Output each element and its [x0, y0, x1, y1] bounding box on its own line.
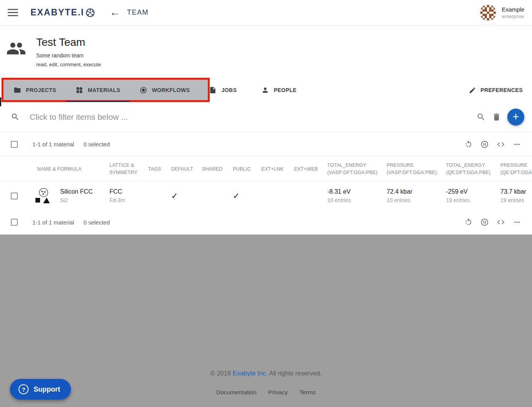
company-link[interactable]: Exabyte Inc: [232, 370, 266, 377]
support-button[interactable]: ? Support: [10, 379, 71, 400]
value-text: -259 eV: [446, 188, 494, 195]
tab-label: JOBS: [221, 87, 237, 93]
col-header-name[interactable]: NAME & FORMULA: [26, 166, 103, 173]
more-options-icon[interactable]: [513, 140, 521, 149]
menu-icon[interactable]: [8, 9, 18, 16]
col-header-default[interactable]: DEFAULT: [165, 166, 196, 173]
item-count: 1-1 of 1 material: [32, 141, 74, 147]
tab-jobs[interactable]: JOBS: [199, 78, 246, 102]
preferences-button[interactable]: PREFERENCES: [469, 78, 523, 102]
help-icon: ?: [19, 384, 29, 394]
filter-bar: +: [0, 102, 532, 132]
col-header-extweb[interactable]: EXT+WEB: [288, 166, 321, 173]
topbar: EXABYTE.I ← TEAM: [0, 0, 532, 25]
page-section-title: TEAM: [127, 8, 148, 17]
folder-icon: [13, 86, 21, 94]
material-thumbnail-icon: [34, 188, 51, 204]
col-header-extlnk[interactable]: EXT+LNK: [255, 166, 288, 173]
selected-count: 0 selected: [83, 141, 109, 147]
team-title: Test Team: [36, 36, 101, 49]
target-circle-icon: [140, 86, 147, 94]
tab-projects[interactable]: PROJECTS: [4, 78, 66, 102]
search-button-icon[interactable]: [476, 112, 486, 122]
pause-circle-icon[interactable]: [480, 140, 489, 149]
value-text: 72.4 kbar: [387, 188, 440, 195]
material-symmetry: Fd-3m: [109, 197, 142, 203]
back-arrow-icon[interactable]: ←: [109, 7, 120, 18]
filter-input[interactable]: [30, 112, 476, 122]
team-subtitle: Some random team: [36, 52, 101, 59]
preferences-label: PREFERENCES: [481, 87, 523, 93]
col-header-shared[interactable]: SHARED: [196, 166, 227, 173]
col-header-public[interactable]: PUBLIC: [227, 166, 255, 173]
team-header: Test Team Some random team read, edit, c…: [0, 25, 532, 78]
row-checkbox[interactable]: [11, 193, 18, 199]
entries-text: 19 entries: [500, 197, 532, 203]
person-icon: [261, 86, 269, 94]
left-edge-artifact: [0, 97, 1, 106]
cell-shared: ✓: [196, 191, 227, 201]
entries-text: 19 entries: [446, 197, 494, 203]
value-text: 73.7 kbar: [500, 188, 532, 195]
team-permissions: read, edit, comment, execute: [36, 62, 101, 67]
pause-circle-icon[interactable]: [480, 218, 489, 226]
col-header-total-energy-qe[interactable]: TOTAL_ENERGY (QE:DFT:GGA:PBE): [440, 162, 494, 176]
more-options-icon[interactable]: [513, 218, 521, 226]
col-header-tags[interactable]: TAGS: [142, 166, 165, 173]
value-text: -8.31 eV: [327, 188, 380, 195]
trash-icon[interactable]: [492, 112, 501, 122]
cell-default: ✓: [165, 191, 196, 201]
app-logo[interactable]: EXABYTE.I: [30, 7, 95, 18]
undo-icon[interactable]: [464, 218, 473, 226]
logo-atom-o-icon: [86, 8, 95, 17]
col-header-lattice[interactable]: LATTICE & SYMMETRY: [103, 162, 142, 176]
selected-count: 0 selected: [83, 219, 109, 226]
select-all-checkbox[interactable]: [11, 141, 18, 148]
tab-label: PROJECTS: [26, 87, 56, 93]
support-label: Support: [34, 385, 60, 394]
check-icon: ✓: [233, 191, 240, 200]
copyright-prefix: © 2018: [210, 370, 232, 377]
check-icon: ✓: [171, 191, 178, 200]
pencil-icon: [469, 87, 476, 94]
code-icon[interactable]: [497, 218, 505, 226]
plus-icon: +: [513, 111, 519, 122]
undo-icon[interactable]: [464, 140, 473, 149]
cell-public: ✓: [227, 191, 255, 201]
tab-label: WORKFLOWS: [152, 87, 190, 93]
list-toolbar-top: 1-1 of 1 material 0 selected: [0, 132, 532, 157]
add-button[interactable]: +: [507, 109, 524, 126]
select-all-checkbox[interactable]: [11, 219, 18, 226]
account-type: enterprise: [502, 13, 524, 19]
footer-link-terms[interactable]: Terms: [300, 389, 316, 395]
cell-total-energy-vasp: -8.31 eV 10 entries: [321, 188, 380, 203]
col-header-pressure-vasp[interactable]: PRESSURE (VASP:DFT:GGA:PBE): [380, 162, 440, 176]
account-name: Example: [502, 6, 524, 13]
copyright-suffix: . All rights reserved.: [266, 370, 322, 377]
col-header-total-energy-vasp[interactable]: TOTAL_ENERGY (VASP:DFT:GGA:PBE): [321, 162, 380, 176]
footer-copyright: © 2018 Exabyte Inc. All rights reserved.: [0, 370, 532, 377]
table-header-row: NAME & FORMULA LATTICE & SYMMETRY TAGS D…: [0, 157, 532, 181]
entries-text: 10 entries: [387, 197, 440, 203]
tab-materials[interactable]: MATERIALS: [66, 78, 130, 102]
account-menu[interactable]: Example enterprise: [480, 4, 524, 21]
material-lattice: FCC: [109, 188, 142, 195]
code-icon[interactable]: [497, 140, 505, 149]
item-count: 1-1 of 1 material: [32, 219, 74, 226]
tab-people[interactable]: PEOPLE: [252, 78, 306, 102]
logo-text: EXABYTE.I: [30, 7, 84, 18]
tab-workflows[interactable]: WORKFLOWS: [130, 78, 199, 102]
footer-link-privacy[interactable]: Privacy: [268, 389, 288, 395]
footer-links: Documentation Privacy Terms: [0, 389, 532, 396]
avatar: [480, 4, 497, 21]
cell-total-energy-qe: -259 eV 19 entries: [440, 188, 494, 203]
material-formula: Si2: [60, 197, 93, 203]
list-toolbar-bottom: 1-1 of 1 material 0 selected: [0, 210, 532, 234]
material-name[interactable]: Silicon FCC: [60, 188, 93, 195]
team-group-icon: [6, 39, 26, 78]
footer-link-documentation[interactable]: Documentation: [216, 389, 256, 395]
tab-bar: PROJECTS MATERIALS WORKFLOWS JOBS PEOPLE: [0, 78, 532, 102]
table-row[interactable]: Silicon FCC Si2 FCC Fd-3m ✓ ✓ ✓ -8.31 eV…: [0, 181, 532, 210]
col-header-pressure-qe[interactable]: PRESSURE (QE:DFT:GGA:PBE): [494, 162, 532, 176]
tab-label: PEOPLE: [274, 87, 296, 93]
